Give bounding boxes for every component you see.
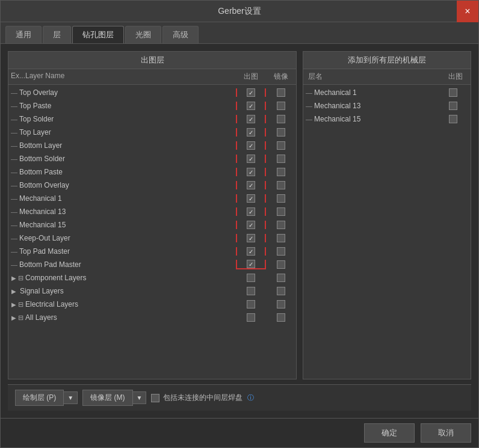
table-row: ▶ ⊟ Component Layers (8, 271, 296, 284)
mirror-checkbox-13[interactable] (266, 247, 296, 256)
tab-general[interactable]: 通用 (5, 26, 42, 43)
group-mirror-3[interactable] (266, 300, 296, 308)
mirror-checkbox-4[interactable] (266, 128, 296, 137)
bottom-buttons: 确定 取消 (1, 418, 478, 447)
group-plot-2[interactable] (236, 287, 266, 295)
mirror-checkbox-5[interactable] (266, 141, 296, 150)
group-icon-1: ⊟ (18, 274, 23, 282)
table-row: — Keep-Out Layer ✓ (8, 232, 296, 245)
mirror-checkbox-2[interactable] (266, 102, 296, 110)
plot-checkbox-13[interactable]: ✓ (236, 247, 266, 256)
main-area: 出图层 Ex... Layer Name 出图 镜像 — (8, 51, 471, 379)
plot-checkbox-14[interactable]: ✓ (236, 260, 266, 269)
right-panel-columns: 层名 出图 (303, 69, 471, 85)
group-icon-4: ⊟ (18, 314, 23, 322)
right-col-plot-header: 出图 (440, 72, 471, 82)
group-mirror-1[interactable] (266, 274, 296, 282)
plot-checkbox-2[interactable]: ✓ (236, 102, 266, 110)
mid-layer-label: 包括未连接的中间层焊盘 (163, 393, 243, 403)
mid-layer-checkbox-label[interactable]: 包括未连接的中间层焊盘 ⓘ (151, 393, 464, 403)
left-panel: 出图层 Ex... Layer Name 出图 镜像 — (8, 51, 297, 379)
plot-checkbox-4[interactable]: ✓ (236, 128, 266, 137)
mirror-layers-button[interactable]: 镜像层 (M) (82, 390, 132, 406)
gerber-dialog: Gerber设置 × 通用 层 钻孔图层 光圈 高级 出图层 Ex... Lay… (0, 0, 479, 448)
plot-layers-button[interactable]: 绘制层 (P) (15, 390, 64, 406)
plot-checkbox-6[interactable]: ✓ (236, 155, 266, 163)
tab-bar: 通用 层 钻孔图层 光圈 高级 (1, 22, 478, 44)
mirror-checkbox-6[interactable] (266, 155, 296, 163)
table-row: — Top Pad Master ✓ (8, 245, 296, 258)
plot-checkbox-7[interactable]: ✓ (236, 168, 266, 176)
dialog-content: 出图层 Ex... Layer Name 出图 镜像 — (1, 44, 478, 418)
table-row: — Bottom Overlay ✓ (8, 179, 296, 192)
mirror-checkbox-10[interactable] (266, 207, 296, 216)
table-row: — Top Layer ✓ (8, 126, 296, 139)
tab-drill[interactable]: 钻孔图层 (72, 26, 124, 43)
confirm-button[interactable]: 确定 (364, 423, 415, 443)
left-panel-header: 出图层 (8, 52, 296, 69)
plot-checkbox-11[interactable]: ✓ (236, 221, 266, 229)
group-icon-3: ⊟ (18, 301, 23, 308)
list-item: — Mechanical 13 (303, 99, 471, 112)
mirror-checkbox-14[interactable] (266, 260, 296, 269)
mirror-layers-dropdown[interactable]: ▼ (133, 391, 147, 404)
right-layer-list: — Mechanical 1 — Mechanical 13 — Mechani… (303, 85, 471, 379)
col-ex-header: Ex... (8, 72, 23, 82)
table-row: — Mechanical 15 ✓ (8, 218, 296, 232)
table-row: — Top Overlay ✓ (8, 86, 296, 99)
mirror-btn-group: 镜像层 (M) ▼ (82, 390, 146, 406)
mirror-checkbox-3[interactable] (266, 115, 296, 123)
right-plot-1[interactable] (438, 88, 468, 97)
col-mirror-header: 镜像 (266, 72, 296, 82)
mirror-checkbox-1[interactable] (266, 88, 296, 97)
layer-list: — Top Overlay ✓ (8, 85, 296, 379)
expand-icon-3[interactable]: ▶ (10, 300, 18, 308)
plot-layers-dropdown[interactable]: ▼ (64, 391, 78, 404)
group-plot-3[interactable] (236, 300, 266, 308)
group-mirror-4[interactable] (266, 313, 296, 322)
plot-checkbox-5[interactable]: ✓ (236, 141, 266, 150)
expand-icon-4[interactable]: ▶ (10, 313, 18, 322)
table-row: ▶ ⊟ Electrical Layers (8, 298, 296, 311)
title-bar: Gerber设置 × (1, 1, 478, 22)
group-plot-1[interactable] (236, 274, 266, 282)
table-row: — Mechanical 1 ✓ (8, 192, 296, 205)
dialog-title: Gerber设置 (218, 6, 261, 17)
table-row: — Bottom Solder ✓ (8, 152, 296, 165)
table-row: ▶ Signal Layers (8, 284, 296, 298)
right-plot-3[interactable] (438, 115, 468, 123)
tab-advanced[interactable]: 高级 (162, 26, 199, 43)
mirror-checkbox-9[interactable] (266, 194, 296, 203)
right-plot-2[interactable] (438, 102, 468, 110)
plot-checkbox-12[interactable]: ✓ (236, 234, 266, 242)
mirror-checkbox-8[interactable] (266, 181, 296, 189)
mirror-checkbox-11[interactable] (266, 221, 296, 229)
plot-checkbox-9[interactable]: ✓ (236, 194, 266, 203)
mid-layer-checkbox[interactable] (151, 394, 159, 402)
cancel-button[interactable]: 取消 (421, 423, 471, 443)
table-row: — Mechanical 13 ✓ (8, 205, 296, 218)
plot-checkbox-10[interactable]: ✓ (236, 207, 266, 216)
expand-icon-2[interactable]: ▶ (10, 287, 18, 295)
mirror-checkbox-12[interactable] (266, 234, 296, 242)
table-row: — Bottom Layer ✓ (8, 139, 296, 152)
plot-checkbox-8[interactable]: ✓ (236, 181, 266, 189)
group-mirror-2[interactable] (266, 287, 296, 295)
table-row: — Bottom Pad Master ✓ (8, 258, 296, 271)
list-item: — Mechanical 15 (303, 112, 471, 126)
right-panel-header: 添加到所有层的机械层 (303, 52, 471, 69)
footer-bar: 绘制层 (P) ▼ 镜像层 (M) ▼ 包括未连接的中间层焊盘 ⓘ (8, 384, 471, 411)
plot-checkbox-3[interactable]: ✓ (236, 115, 266, 123)
plot-btn-group: 绘制层 (P) ▼ (15, 390, 78, 406)
tab-aperture[interactable]: 光圈 (125, 26, 161, 43)
table-row: — Bottom Paste ✓ (8, 165, 296, 179)
left-panel-columns: Ex... Layer Name 出图 镜像 (8, 69, 296, 85)
group-plot-4[interactable] (236, 313, 266, 322)
mirror-checkbox-7[interactable] (266, 168, 296, 176)
close-button[interactable]: × (457, 1, 478, 22)
tab-layer[interactable]: 层 (43, 26, 71, 43)
plot-checkbox-1[interactable]: ✓ (236, 88, 266, 97)
table-row: ▶ ⊟ All Layers (8, 311, 296, 324)
col-plot-header: 出图 (236, 72, 266, 82)
expand-icon-1[interactable]: ▶ (10, 274, 18, 282)
